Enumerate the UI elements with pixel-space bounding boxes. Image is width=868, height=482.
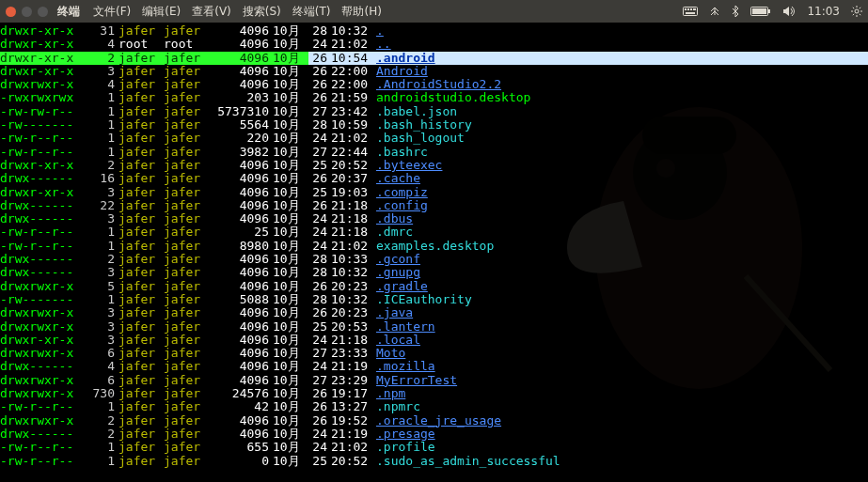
col-day: 26 — [308, 280, 331, 293]
listing-row[interactable]: drwxr-xr-x2jaferjafer409610月2520:52.byte… — [0, 159, 868, 172]
listing-row[interactable]: drwxrwxr-x6jaferjafer409610月2723:29MyErr… — [0, 374, 868, 387]
col-owner: root — [118, 38, 164, 51]
menu-edit[interactable]: 编辑(E) — [138, 4, 184, 20]
svg-line-16 — [853, 14, 854, 15]
listing-row[interactable]: drwxr-xr-x31jaferjafer409610月2810:32. — [0, 24, 868, 38]
col-name: .compiz — [376, 186, 868, 199]
menu-terminal[interactable]: 终端(T) — [289, 4, 335, 20]
col-time: 22:00 — [331, 65, 376, 78]
listing-row[interactable]: drwxr-xr-x3jaferjafer409610月2622:00Andro… — [0, 65, 868, 78]
battery-icon[interactable] — [750, 7, 771, 16]
col-day: 26 — [308, 199, 331, 212]
listing-row[interactable]: -rw-r--r--1jaferjafer398210月2722:44.bash… — [0, 146, 868, 159]
listing-row[interactable]: drwxrwxr-x2jaferjafer409610月2619:52.orac… — [0, 414, 868, 428]
col-owner: jafer — [118, 387, 164, 400]
bluetooth-icon[interactable] — [732, 5, 739, 18]
menu-help[interactable]: 帮助(H) — [338, 4, 385, 20]
col-time: 20:52 — [331, 159, 376, 172]
svg-point-9 — [855, 9, 859, 13]
col-perm: drwx------ — [0, 253, 81, 266]
keyboard-icon[interactable] — [683, 7, 698, 16]
col-links: 22 — [81, 199, 118, 212]
listing-row[interactable]: -rw-------1jaferjafer556410月2810:59.bash… — [0, 118, 868, 132]
col-day: 27 — [308, 374, 331, 387]
terminal-area[interactable]: drwxr-xr-x31jaferjafer409610月2810:32.drw… — [0, 23, 868, 482]
listing-row[interactable]: -rw-------1jaferjafer508810月2810:32.ICEa… — [0, 293, 868, 306]
listing-row[interactable]: drwx------4jaferjafer409610月2421:19.mozi… — [0, 360, 868, 373]
col-size: 4096 — [209, 159, 273, 172]
col-perm: drwxrwxr-x — [0, 78, 81, 91]
listing-row[interactable]: drwxr-xr-x4rootroot409610月2421:02.. — [0, 38, 868, 51]
col-day: 24 — [308, 132, 331, 145]
network-icon[interactable] — [709, 6, 720, 17]
col-day: 26 — [308, 400, 331, 413]
col-links: 730 — [81, 387, 118, 400]
gear-icon[interactable] — [851, 6, 862, 17]
top-panel: 终端 文件(F) 编辑(E) 查看(V) 搜索(S) 终端(T) 帮助(H) 1… — [0, 0, 868, 23]
col-group: jafer — [164, 225, 209, 239]
col-size: 8980 — [209, 240, 273, 253]
listing-row[interactable]: drwx------3jaferjafer409610月2810:32.gnup… — [0, 266, 868, 279]
col-links: 2 — [81, 428, 118, 441]
col-size: 220 — [209, 132, 273, 145]
col-name: .presage — [376, 428, 868, 441]
listing-row[interactable]: -rw-rw-r--1jaferjafer573731010月2723:42.b… — [0, 105, 868, 118]
col-links: 1 — [81, 455, 118, 468]
listing-row[interactable]: -rw-r--r--1jaferjafer65510月2421:02.profi… — [0, 441, 868, 454]
listing-row[interactable]: -rwxrwxrwx1jaferjafer20310月2621:59androi… — [0, 91, 868, 104]
col-size: 4096 — [209, 253, 273, 266]
col-owner: jafer — [118, 146, 164, 159]
listing-row[interactable]: drwx------22jaferjafer409610月2621:18.con… — [0, 199, 868, 212]
col-size: 4096 — [209, 212, 273, 225]
menu-file[interactable]: 文件(F) — [89, 4, 134, 20]
listing-row[interactable]: -rw-r--r--1jaferjafer22010月2421:02.bash_… — [0, 132, 868, 145]
col-month: 10月 — [273, 320, 308, 334]
listing-row[interactable]: -rw-r--r--1jaferjafer010月2520:52.sudo_as… — [0, 455, 868, 468]
col-group: jafer — [164, 24, 209, 38]
listing-row[interactable]: drwx------2jaferjafer409610月2810:33.gcon… — [0, 253, 868, 266]
col-name: .bashrc — [376, 146, 868, 159]
col-links: 31 — [81, 24, 118, 38]
listing-row[interactable]: drwx------3jaferjafer409610月2421:18.dbus — [0, 212, 868, 225]
col-month: 10月 — [273, 360, 308, 373]
listing-row[interactable]: drwxrwxr-x4jaferjafer409610月2622:00.Andr… — [0, 78, 868, 91]
col-time: 20:52 — [331, 455, 376, 468]
close-icon[interactable] — [6, 7, 16, 17]
listing-row[interactable]: drwx------2jaferjafer409610月2421:19.pres… — [0, 428, 868, 441]
listing-row[interactable]: drwxrwxr-x3jaferjafer409610月2620:23.java — [0, 306, 868, 319]
volume-icon[interactable] — [782, 6, 796, 17]
menu-search[interactable]: 搜索(S) — [239, 4, 285, 20]
col-perm: drwxr-xr-x — [0, 186, 81, 199]
listing-row[interactable]: drwxr-xr-x3jaferjafer409610月2519:03.comp… — [0, 186, 868, 199]
listing-row[interactable]: drwxr-xr-x2jaferjafer409610月2610:54.andr… — [0, 52, 868, 65]
listing-row[interactable]: -rw-r--r--1jaferjafer4210月2613:27.npmrc — [0, 400, 868, 413]
listing-row[interactable]: drwxr-xr-x3jaferjafer409610月2421:18.loca… — [0, 334, 868, 347]
col-day: 26 — [308, 91, 331, 104]
listing-row[interactable]: drwxrwxr-x730jaferjafer2457610月2619:17.n… — [0, 387, 868, 400]
menu-view[interactable]: 查看(V) — [188, 4, 235, 20]
col-size: 42 — [209, 400, 273, 413]
col-name: .npmrc — [376, 400, 868, 413]
col-perm: drwx------ — [0, 428, 81, 441]
listing-row[interactable]: -rw-r--r--1jaferjafer2510月2421:18.dmrc — [0, 225, 868, 239]
col-time: 21:18 — [331, 225, 376, 239]
col-links: 1 — [81, 132, 118, 145]
col-group: jafer — [164, 428, 209, 441]
minimize-icon[interactable] — [22, 7, 32, 17]
maximize-icon[interactable] — [38, 7, 48, 17]
col-name: .gradle — [376, 280, 868, 293]
col-size: 24576 — [209, 387, 273, 400]
listing-row[interactable]: -rw-r--r--1jaferjafer898010月2421:02examp… — [0, 240, 868, 253]
listing-row[interactable]: drwxrwxr-x6jaferjafer409610月2723:33Moto — [0, 347, 868, 360]
col-month: 10月 — [273, 65, 308, 78]
col-name: .lantern — [376, 320, 868, 334]
listing-row[interactable]: drwxrwxr-x5jaferjafer409610月2620:23.grad… — [0, 280, 868, 293]
col-perm: drwxr-xr-x — [0, 52, 81, 65]
clock[interactable]: 11:03 — [807, 5, 840, 18]
svg-rect-2 — [687, 8, 689, 10]
listing-row[interactable]: drwxrwxr-x3jaferjafer409610月2520:53.lant… — [0, 320, 868, 334]
col-size: 655 — [209, 441, 273, 454]
listing-row[interactable]: drwx------16jaferjafer409610月2620:37.cac… — [0, 172, 868, 185]
col-day: 26 — [308, 52, 331, 65]
menu-bar: 文件(F) 编辑(E) 查看(V) 搜索(S) 终端(T) 帮助(H) — [89, 4, 386, 20]
